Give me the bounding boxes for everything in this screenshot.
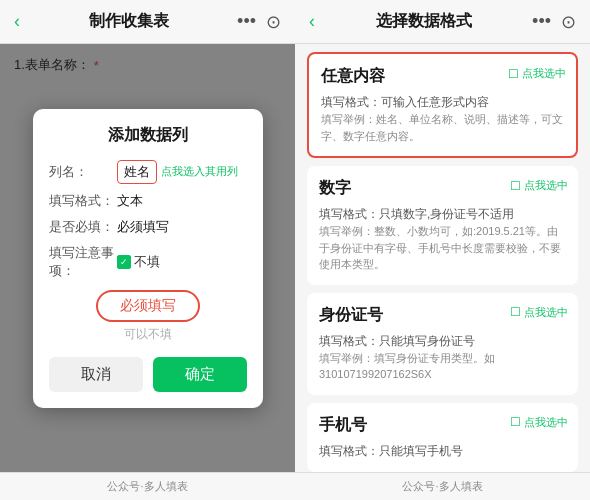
confirm-button[interactable]: 确定 (153, 357, 247, 392)
select-btn-id_card[interactable]: ☐ 点我选中 (510, 305, 568, 320)
card-body-id_card: 填写格式：只能填写身份证号 (319, 332, 566, 350)
data-card-arbitrary[interactable]: 任意内容 ☐ 点我选中 填写格式：可输入任意形式内容 填写举例：姓名、单位名称、… (307, 52, 578, 158)
modal-overlay: 添加数据列 列名： 姓名 点我选入其用列 填写格式： 文本 是否必填： 必须填写… (0, 44, 295, 472)
left-panel: ‹ 制作收集表 ••• ⊙ 1.表单名称： * 添加数据列 列名： 姓名 点我选… (0, 0, 295, 500)
modal-row-required: 是否必填： 必须填写 (49, 218, 247, 236)
right-header: ‹ 选择数据格式 ••• ⊙ (295, 0, 590, 44)
card-body-number: 填写格式：只填数字,身份证号不适用 (319, 205, 566, 223)
select-label-number: 点我选中 (524, 178, 568, 193)
select-icon-number: ☐ (510, 179, 521, 193)
modal-row-format: 填写格式： 文本 (49, 192, 247, 210)
data-card-phone[interactable]: 手机号 ☐ 点我选中 填写格式：只能填写手机号 (307, 403, 578, 472)
col-name-label: 列名： (49, 163, 117, 181)
modal-title: 添加数据列 (49, 125, 247, 146)
right-bottom-bar: 公众号·多人填表 (295, 472, 590, 500)
left-header-icons: ••• ⊙ (237, 11, 281, 33)
right-bottom-text: 公众号·多人填表 (402, 479, 482, 494)
left-more-icon[interactable]: ••• (237, 11, 256, 32)
note-label: 填写注意事项： (49, 244, 117, 280)
must-fill-button[interactable]: 必须填写 (96, 290, 200, 322)
card-body-arbitrary: 填写格式：可输入任意形式内容 (321, 93, 564, 111)
modal-footer: 取消 确定 (49, 357, 247, 392)
select-label-arbitrary: 点我选中 (522, 66, 566, 81)
data-card-number[interactable]: 数字 ☐ 点我选中 填写格式：只填数字,身份证号不适用 填写举例：整数、小数均可… (307, 166, 578, 285)
right-more-icon[interactable]: ••• (532, 11, 551, 32)
required-label: 是否必填： (49, 218, 117, 236)
select-label-id_card: 点我选中 (524, 305, 568, 320)
data-card-id_card[interactable]: 身份证号 ☐ 点我选中 填写格式：只能填写身份证号 填写举例：填写身份证专用类型… (307, 293, 578, 395)
right-panel: ‹ 选择数据格式 ••• ⊙ 任意内容 ☐ 点我选中 填写格式：可输入任意形式内… (295, 0, 590, 500)
must-fill-section: 必须填写 (49, 290, 247, 322)
right-content: 任意内容 ☐ 点我选中 填写格式：可输入任意形式内容 填写举例：姓名、单位名称、… (295, 44, 590, 472)
modal-row-note: 填写注意事项： ✓ 不填 (49, 244, 247, 280)
select-icon-phone: ☐ (510, 415, 521, 429)
right-header-icons: ••• ⊙ (532, 11, 576, 33)
optional-text: 可以不填 (49, 326, 247, 343)
modal-row-colname: 列名： 姓名 点我选入其用列 (49, 160, 247, 184)
card-example-number: 填写举例：整数、小数均可，如:2019.5.21等。由于身份证中有字母、手机号中… (319, 223, 566, 273)
select-icon-id_card: ☐ (510, 305, 521, 319)
left-content: 1.表单名称： * 添加数据列 列名： 姓名 点我选入其用列 填写格式： 文本 … (0, 44, 295, 472)
required-value: 必须填写 (117, 218, 169, 236)
format-value[interactable]: 文本 (117, 192, 143, 210)
card-example-id_card: 填写举例：填写身份证专用类型。如310107199207162S6X (319, 350, 566, 383)
modal-box: 添加数据列 列名： 姓名 点我选入其用列 填写格式： 文本 是否必填： 必须填写… (33, 109, 263, 408)
left-bottom-bar: 公众号·多人填表 (0, 472, 295, 500)
left-back-icon[interactable]: ‹ (14, 11, 20, 32)
card-example-arbitrary: 填写举例：姓名、单位名称、说明、描述等，可文字、数字任意内容。 (321, 111, 564, 144)
card-body-phone: 填写格式：只能填写手机号 (319, 442, 566, 460)
select-icon-arbitrary: ☐ (508, 67, 519, 81)
note-checkbox-label: 不填 (134, 253, 160, 271)
right-back-icon[interactable]: ‹ (309, 11, 315, 32)
left-target-icon[interactable]: ⊙ (266, 11, 281, 33)
left-bottom-text: 公众号·多人填表 (107, 479, 187, 494)
col-name-value[interactable]: 姓名 (117, 160, 157, 184)
select-btn-phone[interactable]: ☐ 点我选中 (510, 415, 568, 430)
right-circle-icon[interactable]: ⊙ (561, 11, 576, 33)
select-btn-number[interactable]: ☐ 点我选中 (510, 178, 568, 193)
format-label: 填写格式： (49, 192, 117, 210)
col-name-link[interactable]: 点我选入其用列 (161, 164, 238, 179)
left-title: 制作收集表 (89, 11, 169, 32)
left-header: ‹ 制作收集表 ••• ⊙ (0, 0, 295, 44)
right-title: 选择数据格式 (376, 11, 472, 32)
select-label-phone: 点我选中 (524, 415, 568, 430)
select-btn-arbitrary[interactable]: ☐ 点我选中 (508, 66, 566, 81)
cancel-button[interactable]: 取消 (49, 357, 143, 392)
note-checkbox-icon[interactable]: ✓ (117, 255, 131, 269)
